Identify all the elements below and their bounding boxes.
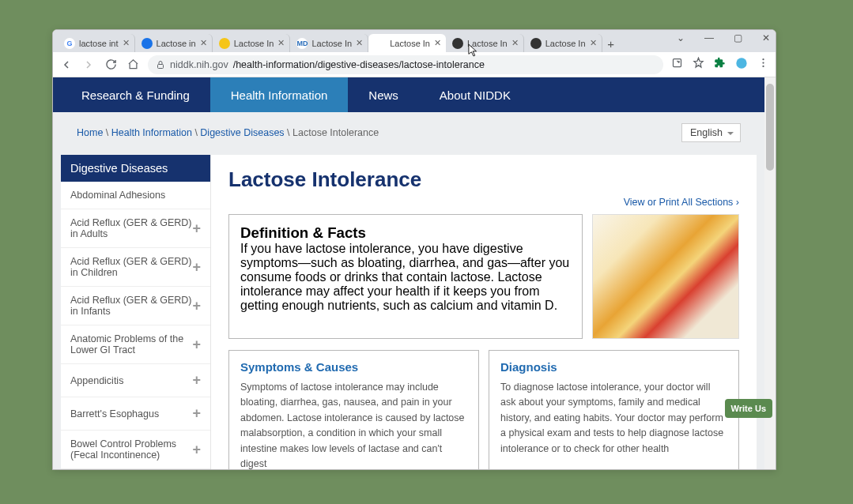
expand-icon[interactable]: +	[192, 337, 201, 353]
tab-label: Lactose In	[390, 39, 430, 48]
browser-tab[interactable]: Lactose In✕	[368, 34, 446, 52]
browser-titlebar: Glactose int✕Lactose in✕Lactose In✕MDLac…	[53, 30, 776, 52]
tab-close-icon[interactable]: ✕	[123, 38, 130, 48]
sidebar-item[interactable]: Acid Reflux (GER & GERD) in Children+	[61, 248, 210, 287]
toolbar-icons	[671, 57, 769, 73]
symptoms-card: Symptoms & Causes Symptoms of lactose in…	[228, 350, 479, 469]
nav-item[interactable]: Research & Funding	[61, 77, 210, 112]
browser-tab[interactable]: MDLactose In✕	[290, 34, 368, 52]
tab-close-icon[interactable]: ✕	[277, 38, 285, 48]
write-us-button[interactable]: Write Us	[725, 399, 772, 418]
sidebar-item-label: Barrett's Esophagus	[70, 408, 159, 419]
expand-icon[interactable]: +	[192, 442, 201, 458]
main-body: Lactose Intolerance View or Print All Se…	[211, 155, 757, 469]
symptoms-heading[interactable]: Symptoms & Causes	[240, 360, 467, 374]
browser-tab[interactable]: Lactose in✕	[135, 34, 213, 52]
tab-favicon	[375, 38, 386, 49]
breadcrumb-link[interactable]: Health Information	[111, 127, 192, 138]
expand-icon[interactable]: +	[192, 298, 201, 314]
expand-icon[interactable]: +	[192, 220, 201, 237]
expand-icon[interactable]: +	[192, 405, 201, 422]
svg-point-4	[762, 62, 764, 63]
nav-forward-button[interactable]	[81, 58, 96, 72]
print-all-link[interactable]: View or Print All Sections	[228, 197, 739, 208]
window-controls: ⌄ — ▢ ✕	[674, 32, 772, 43]
svg-rect-0	[158, 64, 164, 68]
sidebar-item[interactable]: Acid Reflux (GER & GERD) in Adults+	[61, 209, 210, 248]
expand-icon[interactable]: +	[192, 259, 201, 276]
sidebar-item-label: Abdominal Adhesions	[70, 190, 165, 201]
diagnosis-heading[interactable]: Diagnosis	[500, 360, 727, 374]
nav-item[interactable]: Health Information	[210, 77, 349, 112]
sidebar: Digestive Diseases Abdominal AdhesionsAc…	[61, 155, 211, 469]
tab-close-icon[interactable]: ✕	[200, 38, 207, 48]
browser-tab[interactable]: Lactose In✕	[446, 34, 524, 52]
tab-label: lactose int	[79, 39, 119, 48]
window-maximize-button[interactable]: ▢	[731, 32, 744, 43]
share-icon[interactable]	[671, 57, 683, 73]
window-prev-icon[interactable]: ⌄	[674, 32, 687, 43]
sidebar-item-label: Acid Reflux (GER & GERD) in Children	[70, 256, 192, 278]
page-title: Lactose Intolerance	[228, 167, 739, 192]
tab-strip: Glactose int✕Lactose in✕Lactose In✕MDLac…	[58, 34, 602, 52]
window-close-button[interactable]: ✕	[760, 32, 772, 43]
svg-point-5	[762, 65, 764, 66]
tab-favicon: G	[64, 38, 75, 49]
tab-favicon	[219, 38, 230, 49]
breadcrumb-current: Lactose Intolerance	[293, 127, 379, 138]
window-minimize-button[interactable]: —	[703, 32, 715, 43]
scroll-thumb[interactable]	[766, 84, 774, 171]
sidebar-item[interactable]: Barrett's Esophagus+	[61, 397, 210, 431]
sidebar-item-label: Bowel Control Problems (Fecal Incontinen…	[70, 438, 192, 461]
diagnosis-body: To diagnose lactose intolerance, your do…	[500, 380, 727, 457]
breadcrumb-link[interactable]: Digestive Diseases	[200, 127, 284, 138]
browser-tab[interactable]: Glactose int✕	[58, 34, 135, 52]
omnibox[interactable]: niddk.nih.gov/health-information/digesti…	[148, 55, 663, 74]
url-path: /health-information/digestive-diseases/l…	[233, 59, 485, 70]
extensions-icon[interactable]	[714, 57, 726, 73]
language-select[interactable]: English	[681, 123, 741, 142]
nav-item[interactable]: About NIDDK	[419, 77, 531, 112]
tab-close-icon[interactable]: ✕	[356, 38, 363, 48]
tab-label: Lactose In	[311, 39, 352, 48]
symptoms-body: Symptoms of lactose intolerance may incl…	[240, 380, 467, 469]
tab-close-icon[interactable]: ✕	[434, 38, 441, 48]
nav-back-button[interactable]	[59, 58, 74, 72]
sidebar-item[interactable]: Bowel Control Problems (Fecal Incontinen…	[61, 431, 210, 469]
nav-home-button[interactable]	[126, 58, 140, 72]
sidebar-title: Digestive Diseases	[61, 155, 210, 182]
tab-favicon	[530, 38, 542, 49]
bookmark-icon[interactable]	[693, 57, 704, 73]
sidebar-item-label: Appendicitis	[70, 375, 123, 386]
sidebar-item[interactable]: Appendicitis+	[61, 364, 210, 397]
profile-icon[interactable]	[735, 57, 748, 73]
browser-tab[interactable]: Lactose In✕	[524, 34, 602, 52]
definition-heading[interactable]: Definition & Facts	[240, 224, 571, 242]
browser-tab[interactable]: Lactose In✕	[213, 34, 291, 52]
sidebar-item[interactable]: Acid Reflux (GER & GERD) in Infants+	[61, 287, 210, 325]
tab-label: Lactose In	[467, 39, 508, 48]
diagnosis-card: Diagnosis To diagnose lactose intoleranc…	[489, 350, 739, 469]
primary-nav: Research & FundingHealth InformationNews…	[53, 77, 764, 112]
sidebar-item[interactable]: Anatomic Problems of the Lower GI Tract+	[61, 325, 210, 364]
url-host: niddk.nih.gov	[170, 59, 228, 70]
address-bar: niddk.nih.gov/health-information/digesti…	[53, 52, 776, 77]
tab-label: Lactose In	[545, 39, 586, 48]
tab-close-icon[interactable]: ✕	[511, 38, 519, 48]
menu-icon[interactable]	[757, 57, 769, 73]
breadcrumb-link[interactable]: Home	[77, 127, 103, 138]
sidebar-item[interactable]: Abdominal Adhesions	[61, 182, 210, 209]
tab-close-icon[interactable]: ✕	[590, 38, 597, 48]
nav-reload-button[interactable]	[104, 58, 118, 72]
tab-label: Lactose In	[234, 39, 274, 48]
sidebar-item-label: Acid Reflux (GER & GERD) in Infants	[70, 295, 192, 317]
definition-body: If you have lactose intolerance, you hav…	[240, 242, 571, 313]
new-tab-button[interactable]: +	[602, 35, 620, 52]
tab-favicon	[142, 38, 153, 49]
tab-favicon	[452, 38, 463, 49]
viewport: Research & FundingHealth InformationNews…	[53, 77, 776, 469]
nav-item[interactable]: News	[348, 77, 419, 112]
svg-point-3	[762, 58, 764, 60]
browser-window: Glactose int✕Lactose in✕Lactose In✕MDLac…	[52, 29, 776, 470]
expand-icon[interactable]: +	[192, 372, 201, 389]
